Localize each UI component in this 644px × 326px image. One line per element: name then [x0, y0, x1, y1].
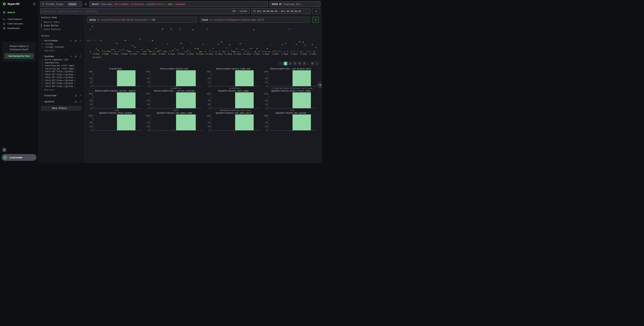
- pin-icon[interactable]: [79, 55, 82, 58]
- user-menu[interactable]: U Local mode: [2, 154, 36, 161]
- y-axis-label: 50: [87, 99, 92, 101]
- checkbox[interactable]: [42, 59, 44, 61]
- page-4[interactable]: 4: [298, 62, 302, 65]
- count-expression-input[interactable]: Count countDistinct(SpanAttributes['user…: [200, 17, 310, 23]
- attribute-chart-resourceattributes-env[interactable]: ResourceAttributes.env10050250production: [145, 67, 204, 89]
- filter-group-header[interactable]: ServiceName: [41, 39, 82, 43]
- order-by-input[interactable]: ORDER BY Timestamp DESC: [270, 1, 320, 7]
- y-axis-label: 0: [87, 129, 92, 131]
- bar-chart-icon[interactable]: [74, 55, 77, 58]
- help-button[interactable]: ?: [2, 148, 6, 152]
- show-more-link[interactable]: Show more: [41, 88, 82, 92]
- checkbox[interactable]: [42, 82, 44, 84]
- filter-group-header[interactable]: SpanName: [41, 54, 82, 58]
- page-prev[interactable]: ‹: [279, 62, 282, 65]
- data-source-selector[interactable]: ClickPy Traces Schema: [40, 1, 82, 7]
- select-clause-input[interactable]: SELECT Timestamp, ServiceName, StatusCod…: [90, 1, 268, 7]
- pin-icon[interactable]: [79, 94, 82, 97]
- attribute-chart-resourceattributes-node-env[interactable]: ResourceAttributes.node.env10050250produ…: [206, 67, 262, 89]
- pin-icon[interactable]: [79, 40, 82, 42]
- get-started-button[interactable]: Get Started for Free: [4, 53, 34, 59]
- attribute-chart-spanattributes-http-client-name[interactable]: SpanAttributes.http.client.name10050250h…: [263, 89, 319, 111]
- attribute-chart-spanattributes-next-page[interactable]: SpanAttributes.next.page10050250/dashboa…: [206, 89, 262, 111]
- page-next[interactable]: ›: [315, 62, 319, 65]
- analysis-mode-event-patterns[interactable]: Event Patterns: [42, 28, 82, 31]
- filter-option[interactable]: fetch GET https://github.…: [41, 76, 82, 79]
- analysis-mode-event-deltas[interactable]: Event Deltas: [42, 24, 82, 28]
- search-input[interactable]: [40, 10, 232, 13]
- y-axis-label: 50: [206, 77, 210, 79]
- filter-option[interactable]: build component tree: [41, 58, 82, 61]
- event-deltas-chart[interactable]: 10.504:30am5:00am5:30am6:00am6:30am7:00a…: [87, 24, 319, 60]
- sidebar-item-chart-explorer[interactable]: Chart Explorer: [0, 17, 38, 21]
- search-run-button[interactable]: [312, 8, 320, 14]
- filter-group-header[interactable]: SpanKind: [41, 100, 82, 104]
- chart-title: ResourceAttributes.node.env: [206, 67, 262, 70]
- attribute-chart-spanattributes-http-scheme[interactable]: SpanAttributes.http.scheme10050250https: [87, 111, 144, 132]
- schema-badge[interactable]: Schema: [68, 3, 77, 6]
- checkbox[interactable]: [42, 62, 44, 64]
- time-range-picker[interactable]: Oct 10 04:16:14 - Oct 10 16:16:14: [251, 8, 310, 14]
- bar-chart-icon[interactable]: [74, 40, 77, 42]
- gridline: [266, 25, 266, 52]
- attribute-chart-resourceattributes-vercel-region[interactable]: ResourceAttributes.vercel.region10050250…: [87, 89, 144, 111]
- sidebar-item-search[interactable]: Search: [0, 10, 38, 15]
- filter-option[interactable]: clickpy: [41, 43, 82, 46]
- analysis-mode-results-table[interactable]: Results Table: [42, 20, 82, 24]
- checkbox[interactable]: [42, 85, 44, 87]
- attribute-chart-spanattributes-net-peer-name[interactable]: SpanAttributes.net.peer.name10050250z5nr…: [145, 111, 204, 132]
- load-more-link[interactable]: Load more: [41, 49, 82, 52]
- chart-body: 10050250: [263, 92, 319, 108]
- bar: [176, 70, 196, 86]
- search-icon[interactable]: [70, 40, 72, 42]
- pin-icon[interactable]: [79, 100, 82, 103]
- apply-run-button[interactable]: [312, 17, 319, 23]
- checkbox[interactable]: [42, 43, 44, 45]
- attribute-chart-resourceattribu-vercel-runtime[interactable]: ResourceAttribu...vercel.runtime10050250…: [145, 89, 204, 111]
- filter-option[interactable]: fetch GET https://github.…: [41, 73, 82, 76]
- filter-option[interactable]: fetch GET https://github.…: [41, 79, 82, 82]
- checkbox[interactable]: [42, 76, 44, 78]
- attribute-chart-tracestate[interactable]: TraceState10050250: [87, 67, 144, 89]
- filter-option[interactable]: clickpy-frontend: [41, 46, 82, 49]
- attribute-chart-spanattributes-db-system[interactable]: SpanAttributes.db.system10050250clickhou…: [263, 111, 319, 132]
- checkbox[interactable]: [42, 79, 44, 81]
- search-icon[interactable]: [70, 55, 72, 58]
- checkbox[interactable]: [42, 68, 44, 70]
- checkbox[interactable]: [42, 70, 44, 72]
- more-filters-button[interactable]: More filters: [41, 106, 82, 111]
- bar-chart-icon[interactable]: [74, 94, 77, 97]
- chart-options-fab[interactable]: [317, 82, 322, 88]
- calendar-icon: [253, 10, 256, 12]
- mode-sql[interactable]: SQL: [232, 10, 236, 12]
- attribute-chart-resourceattribu-cel-branch-host[interactable]: ResourceAttribu..cel.branch_host10050250…: [263, 67, 319, 89]
- sidebar-collapse-icon[interactable]: [33, 3, 36, 6]
- chart-mark: [310, 51, 311, 52]
- chart-mark: [248, 51, 249, 52]
- checkbox[interactable]: [42, 74, 44, 76]
- page-9[interactable]: 9: [310, 62, 314, 65]
- chart-mark: [241, 49, 242, 50]
- page-3[interactable]: 3: [293, 62, 297, 65]
- mode-lucene[interactable]: Lucene: [240, 10, 247, 12]
- value-expression-input[interactable]: Value (countIf(StatusCode='Error')/count…: [87, 17, 197, 23]
- y-tick: [210, 82, 210, 83]
- attribute-chart-spanattributes-net-peer-port[interactable]: SpanAttributes.net.peer.port100502508443: [206, 111, 262, 132]
- filter-option[interactable]: fetch GET https://github.…: [41, 85, 82, 88]
- bar-chart-icon[interactable]: [74, 100, 77, 103]
- checkbox[interactable]: [42, 65, 44, 67]
- source-settings-button[interactable]: [84, 1, 88, 7]
- page-2[interactable]: 2: [288, 62, 292, 65]
- page-1[interactable]: 1: [284, 62, 287, 65]
- sidebar-item-client-sessions[interactable]: Client Sessions: [0, 21, 38, 26]
- sidebar-item-dashboards[interactable]: Dashboards: [0, 26, 38, 31]
- filter-group-header[interactable]: StatusCode: [41, 94, 82, 98]
- filter-option[interactable]: fetch GET https://github.…: [41, 70, 82, 73]
- filter-option[interactable]: dependencies: [41, 61, 82, 64]
- checkbox[interactable]: [42, 46, 44, 48]
- filter-option[interactable]: executing api route (app)…: [41, 64, 82, 67]
- filter-option[interactable]: fetch GET https://github.…: [41, 82, 82, 85]
- filter-option[interactable]: executing api route (app)…: [41, 67, 82, 70]
- chart-mark: [102, 51, 103, 51]
- page-5[interactable]: 5: [302, 62, 306, 65]
